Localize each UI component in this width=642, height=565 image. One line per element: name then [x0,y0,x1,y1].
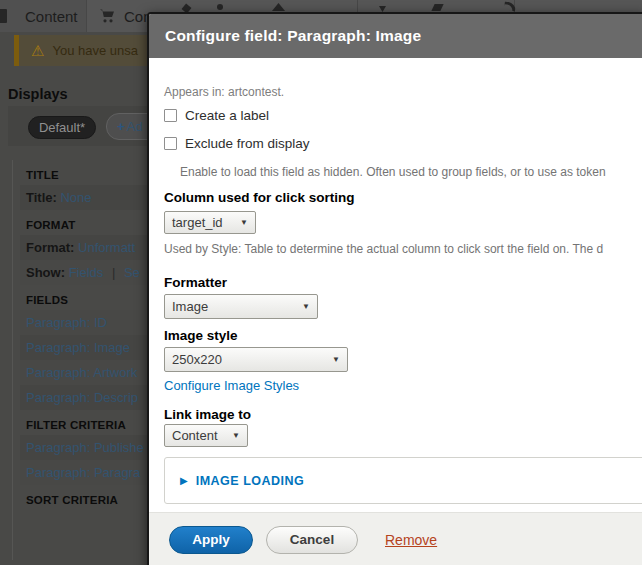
show-row: Show: Fields | Se [20,260,148,285]
filter-link[interactable]: Paragraph: Publishe [26,440,144,455]
format-row: Format: Unformatt [20,235,148,260]
title-none-link[interactable]: None [60,190,91,205]
title-row: Title: None [20,185,148,210]
plus-icon: + [117,119,125,134]
modal-body: Appears in: artcontest. Create a label E… [149,58,642,500]
show-fields-link[interactable]: Fields [69,265,104,280]
cancel-button[interactable]: Cancel [266,526,358,554]
displays-bar: Default* +Ad [8,106,168,146]
exclude-display-row: Exclude from display [164,136,310,151]
section-heading-format: FORMAT [20,210,148,235]
dropdown-arrow-icon: ▼ [302,302,310,311]
dropdown-arrow-icon: ▼ [232,431,240,440]
create-label-row: Create a label [164,108,269,123]
field-row: Paragraph: Artwork [20,360,148,385]
click-sort-description: Used by Style: Table to determine the ac… [164,242,603,256]
toolbar-icon-fragment [272,3,285,11]
modal-header[interactable]: Configure field: Paragraph: Image [149,14,642,58]
field-link[interactable]: Paragraph: Descrip [26,390,138,405]
field-link[interactable]: Paragraph: Image [26,340,130,355]
display-settings-panel: TITLE Title: None FORMAT Format: Unforma… [12,160,148,560]
remove-link[interactable]: Remove [385,532,437,548]
field-link[interactable]: Paragraph: Artwork [26,365,137,380]
toolbar-icon-fragment [217,4,223,10]
show-settings-link[interactable]: Se [124,265,140,280]
screen: Content Con ⚠ You have unsa Displays Def… [0,0,642,565]
displays-heading: Displays [8,86,68,102]
collapsed-arrow-icon: ▶ [180,475,188,486]
exclude-display-text: Exclude from display [185,136,310,151]
field-row: Paragraph: Image [20,335,148,360]
image-style-select[interactable]: 250x220 ▼ [164,347,348,372]
warning-text: You have unsa [52,43,138,58]
unsaved-changes-warning: ⚠ You have unsa [14,35,164,66]
select-value: target_id [172,215,223,230]
modal-footer: Apply Cancel Remove [149,512,642,565]
select-value: Content [172,428,218,443]
section-heading-sort: SORT CRITERIA [20,485,148,510]
file-icon [0,9,7,23]
field-row: Paragraph: ID [20,310,148,335]
click-sort-label: Column used for click sorting [164,190,355,205]
cart-icon [99,8,116,24]
appears-in-text: Appears in: artcontest. [164,85,284,99]
link-image-select[interactable]: Content ▼ [164,424,248,447]
warning-icon: ⚠ [31,43,44,58]
default-display-button[interactable]: Default* [28,116,96,139]
apply-button[interactable]: Apply [169,526,253,554]
field-row: Paragraph: Descrip [20,385,148,410]
link-image-label: Link image to [164,407,251,422]
field-link[interactable]: Paragraph: ID [26,315,107,330]
formatter-select[interactable]: Image ▼ [164,294,318,319]
section-heading-fields: FIELDS [20,285,148,310]
filter-row: Paragraph: Publishe [20,435,148,460]
select-value: 250x220 [172,352,222,367]
exclude-description: Enable to load this field as hidden. Oft… [180,165,606,179]
dropdown-arrow-icon: ▼ [240,218,248,227]
toolbar-tab-content[interactable]: Content [0,0,86,32]
modal-title: Configure field: Paragraph: Image [149,27,421,45]
select-value: Image [172,299,208,314]
image-loading-fieldset[interactable]: ▶ IMAGE LOADING [164,457,642,504]
create-label-text: Create a label [185,108,269,123]
toolbar-tab-label: Content [25,8,78,25]
exclude-display-checkbox[interactable] [164,137,177,150]
format-link[interactable]: Unformatt [78,240,135,255]
section-heading-filter: FILTER CRITERIA [20,410,148,435]
filter-link[interactable]: Paragraph: Paragra [26,465,140,480]
click-sort-select[interactable]: target_id ▼ [164,211,256,234]
formatter-label: Formatter [164,275,227,290]
configure-image-styles-link[interactable]: Configure Image Styles [164,378,299,393]
toolbar-icon-fragment [431,4,443,11]
image-loading-label: IMAGE LOADING [196,474,305,488]
dropdown-arrow-icon: ▼ [332,355,340,364]
create-label-checkbox[interactable] [164,109,177,122]
image-style-label: Image style [164,328,238,343]
configure-field-modal: Configure field: Paragraph: Image Appear… [147,12,642,565]
filter-row: Paragraph: Paragra [20,460,148,485]
section-heading-title: TITLE [20,160,148,185]
